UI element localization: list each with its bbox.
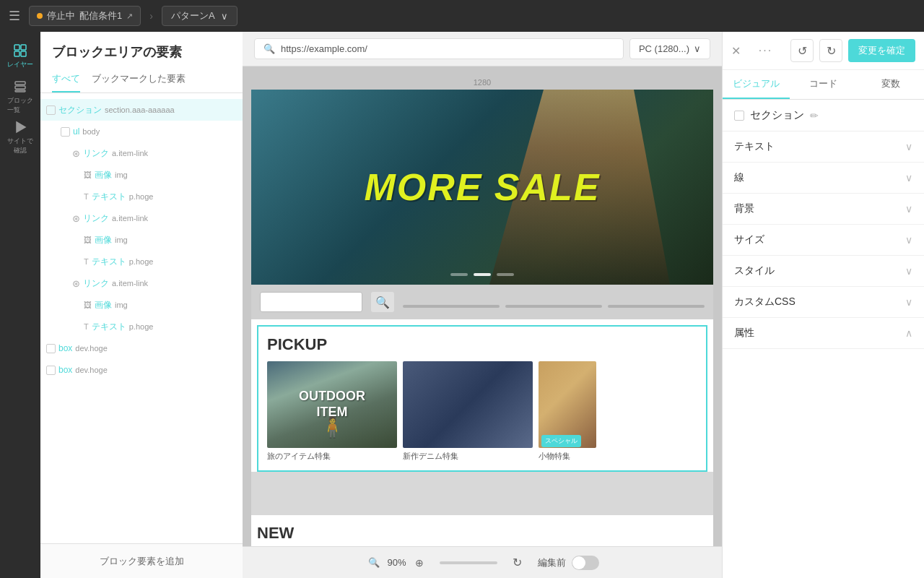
undo-button[interactable]: ↺ <box>790 39 814 62</box>
hero-dot-3 <box>497 273 514 276</box>
breadcrumb-arrow: › <box>149 10 153 22</box>
prop-label-size: サイズ <box>734 233 764 246</box>
pattern-selector[interactable]: パターンA ∨ <box>162 6 237 26</box>
item-type: ul <box>73 126 79 137</box>
text-icon-3: T <box>84 322 89 331</box>
tree-item-ul[interactable]: ul body <box>40 121 243 142</box>
item-class: img <box>115 171 128 179</box>
pickup-section: PICKUP OUTDOORITEM 🧍 旅のアイテム特集 <box>257 325 707 472</box>
zoom-in-button[interactable]: ⊕ <box>411 554 428 571</box>
panel-tabs: すべて ブックマークした要素 <box>40 66 243 93</box>
item-checkbox[interactable] <box>46 366 56 375</box>
prop-line[interactable]: 線 ∨ <box>723 163 924 194</box>
tree-item-link-2[interactable]: ⊛ リンク a.item-link <box>40 207 243 229</box>
status-button[interactable]: 停止中 配信条件1 ↗ <box>29 6 141 26</box>
tab-variable[interactable]: 変数 <box>857 70 924 99</box>
prop-style[interactable]: スタイル ∨ <box>723 256 924 287</box>
tree-item-link-1[interactable]: ⊛ リンク a.item-link <box>40 142 243 164</box>
edit-mode-toggle[interactable] <box>572 556 599 570</box>
canvas-toolbar: 🔍 https://example.com/ PC (1280...) ∨ <box>243 32 722 66</box>
image-icon-3: 🖼 <box>84 301 92 309</box>
image-icon: 🖼 <box>84 171 92 179</box>
item-type: テキスト <box>92 256 126 268</box>
more-options-button[interactable]: ··· <box>759 44 772 57</box>
zoom-out-button[interactable]: 🔍 <box>365 554 383 571</box>
tree-item-img-3[interactable]: 🖼 画像 img <box>40 294 243 316</box>
tree-item-box-1[interactable]: box dev.hoge <box>40 337 243 359</box>
chevron-down-icon: ∨ <box>905 265 912 277</box>
layers-label: レイヤー <box>7 60 33 69</box>
item-checkbox[interactable] <box>46 344 56 353</box>
tree-item-img-2[interactable]: 🖼 画像 img <box>40 229 243 251</box>
prop-label-line: 線 <box>734 171 744 184</box>
tree-item-text-3[interactable]: T テキスト p.hoge <box>40 316 243 337</box>
add-block-button[interactable]: ブロック要素を追加 <box>40 543 243 578</box>
item-type: リンク <box>83 212 109 225</box>
left-panel: ブロックエリアの要素 すべて ブックマークした要素 セクション section.… <box>40 32 243 578</box>
url-bar[interactable]: 🔍 https://example.com/ <box>254 38 624 59</box>
prop-custom-css[interactable]: カスタムCSS ∨ <box>723 287 924 318</box>
text-icon-2: T <box>84 257 89 266</box>
edit-icon[interactable]: ✏ <box>810 110 819 121</box>
canvas-content: 1280 MORE SALE 🔍 <box>243 66 722 546</box>
tree-item-section[interactable]: セクション section.aaa-aaaaaa <box>40 99 243 121</box>
delivery-label: 配信条件1 <box>79 9 122 22</box>
pickup-item-1[interactable]: OUTDOORITEM 🧍 旅のアイテム特集 <box>267 361 397 462</box>
prop-size[interactable]: サイズ ∨ <box>723 225 924 256</box>
prop-attributes[interactable]: 属性 ∧ <box>723 318 924 349</box>
item-class: body <box>82 127 100 136</box>
sidebar-item-layers[interactable]: レイヤー <box>3 38 38 75</box>
prop-text[interactable]: テキスト ∨ <box>723 131 924 163</box>
chevron-down-icon: ∨ <box>221 11 228 22</box>
search-submit[interactable]: 🔍 <box>371 292 394 312</box>
prop-label-attributes: 属性 <box>734 327 754 340</box>
hero-dot-2 <box>474 273 491 276</box>
section-checkbox[interactable] <box>734 111 744 121</box>
svg-rect-5 <box>15 86 25 89</box>
tree-item-text-1[interactable]: T テキスト p.hoge <box>40 186 243 207</box>
close-button[interactable]: ✕ <box>731 44 741 58</box>
tree-item-img-1[interactable]: 🖼 画像 img <box>40 164 243 186</box>
item-class: dev.hoge <box>75 366 107 374</box>
item-class: section.aaa-aaaaaa <box>105 105 175 114</box>
edit-mode-label: 編集前 <box>538 556 566 569</box>
text-icon: T <box>84 192 89 201</box>
hero-dot-1 <box>450 273 468 276</box>
sidebar-item-preview[interactable]: サイトで確認 <box>3 118 38 156</box>
search-icon: 🔍 <box>263 43 275 54</box>
refresh-button[interactable]: ↻ <box>509 554 526 571</box>
gray-divider <box>251 472 713 515</box>
tab-bookmarked[interactable]: ブックマークした要素 <box>92 66 186 92</box>
preview-label: サイトで確認 <box>7 137 33 155</box>
prop-background[interactable]: 背景 ∨ <box>723 194 924 225</box>
confirm-button[interactable]: 変更を確定 <box>848 39 915 62</box>
tree-item-link-3[interactable]: ⊛ リンク a.item-link <box>40 272 243 294</box>
device-selector[interactable]: PC (1280...) ∨ <box>629 38 710 59</box>
canvas-area: 🔍 https://example.com/ PC (1280...) ∨ 12… <box>243 32 722 578</box>
item-checkbox[interactable] <box>61 127 70 137</box>
panel-title: ブロックエリアの要素 <box>40 32 243 66</box>
tab-code[interactable]: コード <box>790 70 857 99</box>
section-header: セクション ✏ <box>723 100 924 131</box>
item-type: box <box>58 343 72 353</box>
tree-item-box-2[interactable]: box dev.hoge <box>40 359 243 381</box>
pickup-item-2[interactable]: 新作デニム特集 <box>403 361 533 462</box>
chevron-down-icon: ∨ <box>905 141 912 152</box>
sidebar-item-blocks[interactable]: ブロック一覧 <box>3 78 38 116</box>
tab-visual[interactable]: ビジュアル <box>723 70 790 99</box>
pickup-label-1: 旅のアイテム特集 <box>267 451 397 462</box>
pickup-item-3[interactable]: スペシャル 小物特集 <box>539 361 596 462</box>
item-type: リンク <box>83 147 109 160</box>
pickup-items: OUTDOORITEM 🧍 旅のアイテム特集 新作デニム特集 <box>267 361 697 462</box>
tab-all[interactable]: すべて <box>52 66 80 92</box>
chevron-down-icon: ∨ <box>905 172 912 184</box>
chevron-down-icon: ∨ <box>905 234 912 246</box>
prop-label-custom-css: カスタムCSS <box>734 296 796 309</box>
hamburger-icon[interactable]: ☰ <box>9 8 20 24</box>
search-bar: 🔍 <box>251 285 713 319</box>
item-type: box <box>58 365 72 375</box>
redo-button[interactable]: ↻ <box>819 39 842 62</box>
item-checkbox[interactable] <box>46 105 56 115</box>
tree-item-text-2[interactable]: T テキスト p.hoge <box>40 251 243 272</box>
right-panel-tabs: ビジュアル コード 変数 <box>723 70 924 100</box>
